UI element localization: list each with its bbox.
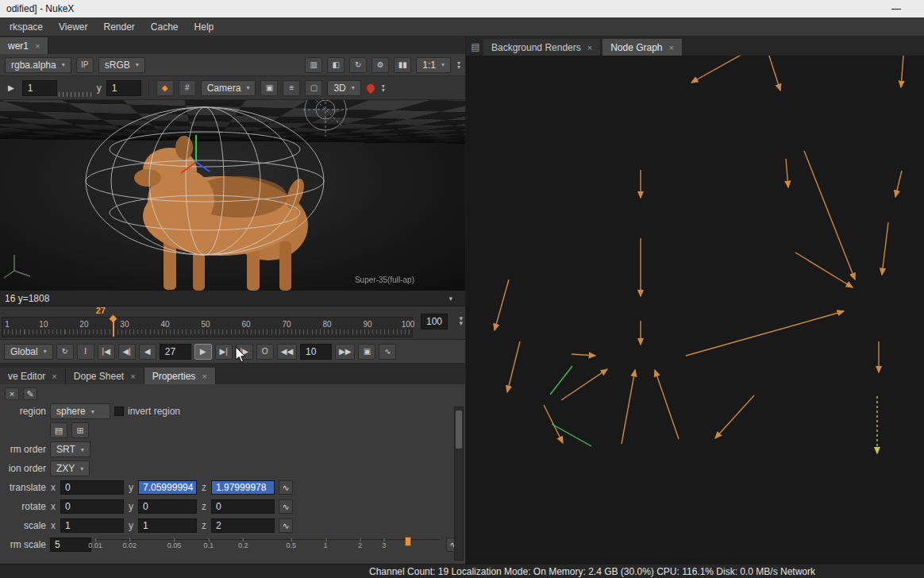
chevron-down-icon[interactable]: ▾ [441, 295, 460, 302]
last-frame-button[interactable]: |▶ [236, 344, 253, 360]
animation-curve-icon[interactable]: ∿ [279, 499, 293, 514]
scale-y-field[interactable]: 1 [138, 518, 197, 533]
tab-properties[interactable]: Properties × [144, 368, 216, 384]
properties-scrollbar[interactable] [454, 407, 464, 561]
tab-close-icon[interactable]: × [669, 43, 674, 52]
tab-close-icon[interactable]: × [35, 41, 40, 51]
step-forward-button[interactable]: ▶▶ [335, 344, 355, 360]
timeline-ruler[interactable]: 1102030405060708090100 [2, 317, 413, 337]
node-graph-canvas[interactable] [466, 56, 924, 564]
tab-background-renders[interactable]: Background Renders × [483, 39, 601, 56]
animation-curve-icon[interactable]: ∿ [279, 480, 293, 495]
lock-range-button[interactable]: ▣ [358, 344, 375, 360]
tab-curve-editor[interactable]: ve Editor × [0, 368, 66, 384]
panel-chevrons-icon[interactable]: ▾▾ [382, 84, 385, 92]
frame-range-mode-select[interactable]: Global ▾ [4, 344, 53, 360]
marquee-select-icon[interactable]: ▢ [305, 80, 322, 96]
set-out-button[interactable]: O [256, 344, 274, 360]
range-end-field[interactable]: 100 [421, 314, 448, 329]
viewer-tabrow: wer1 × [0, 37, 465, 54]
view-mode-select[interactable]: 3D ▾ [327, 80, 360, 96]
tab-close-icon[interactable]: × [587, 43, 592, 52]
gain-field[interactable]: 1 [22, 80, 57, 96]
panel-chevrons-icon[interactable]: ▾▾ [459, 316, 463, 326]
menu-workspace[interactable]: rkspace [10, 21, 43, 33]
pause-icon[interactable]: ▮▮ [394, 57, 411, 73]
tab-close-icon[interactable]: × [130, 372, 135, 381]
slider-tick: 1 [324, 541, 328, 549]
slider-tick: 3 [382, 541, 386, 549]
transform-order-select[interactable]: SRT ▾ [50, 441, 90, 457]
invert-region-checkbox[interactable] [114, 407, 124, 416]
uniform-scale-slider[interactable]: 0.010.020.050.10.20.5123 [95, 537, 439, 553]
tab-dope-sheet[interactable]: Dope Sheet × [66, 368, 144, 384]
slider-handle[interactable] [405, 537, 411, 546]
eyedropper-icon[interactable] [364, 81, 377, 94]
fit-region-icon[interactable]: ⊞ [71, 422, 89, 438]
set-in-button[interactable]: I [77, 344, 94, 360]
minimize-button[interactable]: — [886, 3, 907, 14]
timeline-tick-50: 50 [201, 320, 210, 329]
scale-z-field[interactable]: 2 [211, 518, 275, 533]
lock-view-icon[interactable]: ▣ [260, 80, 278, 96]
current-frame-field[interactable]: 27 [160, 344, 191, 360]
next-keyframe-button[interactable]: ▶| [215, 344, 233, 360]
folder-icon[interactable]: ▤ [50, 422, 67, 438]
pane-menu-icon[interactable]: ▤ [469, 40, 482, 53]
prev-keyframe-button[interactable]: ◀| [118, 344, 136, 360]
first-frame-button[interactable]: |◀ [98, 344, 115, 360]
translate-z-field[interactable]: 1.97999978 [211, 480, 275, 495]
rotation-order-select[interactable]: ZXY ▾ [50, 460, 90, 476]
scale-x-field[interactable]: 1 [60, 518, 124, 533]
play-forward-button[interactable]: ▶ [194, 344, 212, 360]
input-process-button[interactable]: IP [76, 57, 94, 73]
rotate-x-field[interactable]: 0 [60, 499, 124, 514]
gamma-field[interactable]: 1 [106, 80, 141, 96]
flipbook-button[interactable]: ∿ [379, 344, 396, 360]
rotate-z-field[interactable]: 0 [211, 499, 275, 514]
rotate-y-field[interactable]: 0 [138, 499, 197, 514]
zoom-select[interactable]: 1:1 ▾ [416, 57, 451, 73]
channel-select[interactable]: rgba.alpha ▾ [5, 57, 71, 73]
viewport-3d[interactable]: Super-35(full-ap) [0, 100, 465, 291]
translate-label: translate [5, 482, 46, 493]
layers-icon[interactable]: ≡ [283, 80, 300, 96]
camera-select[interactable]: Camera ▾ [201, 80, 256, 96]
wipe-icon[interactable]: ◧ [327, 57, 345, 73]
display-style-icon[interactable]: ▥ [305, 57, 322, 73]
region-select[interactable]: sphere ▾ [50, 403, 110, 419]
viewport-format-label: Super-35(full-ap) [355, 276, 414, 284]
tab-node-graph[interactable]: Node Graph × [603, 39, 683, 56]
colorspace-select[interactable]: sRGB ▾ [98, 57, 145, 73]
gear-icon[interactable]: ⚙ [372, 57, 389, 73]
gain-disclosure-icon[interactable]: ▶ [5, 80, 17, 96]
gain-slider[interactable] [59, 92, 92, 97]
rotation-order-label: ion order [5, 463, 46, 474]
timeline[interactable]: 1102030405060708090100 27 100 ▾▾ [0, 306, 465, 340]
translate-y-field[interactable]: 7.05999994 [138, 480, 197, 495]
frame-increment-field[interactable]: 10 [300, 344, 332, 360]
wireframe-grid-icon[interactable]: # [179, 80, 196, 96]
menu-viewer[interactable]: Viewer [59, 21, 87, 33]
panel-chevrons-icon[interactable]: ▾▾ [457, 61, 460, 69]
tab-close-icon[interactable]: × [52, 372, 56, 381]
edit-icon[interactable]: ✎ [23, 387, 37, 400]
menu-help[interactable]: Help [194, 21, 214, 33]
timeline-playhead[interactable] [113, 318, 114, 337]
step-back-button[interactable]: ◀◀ [277, 344, 297, 360]
refresh-icon[interactable]: ↻ [349, 57, 367, 73]
tab-viewer1[interactable]: wer1 × [0, 37, 48, 54]
playhead-frame-label: 27 [96, 306, 106, 315]
menu-render[interactable]: Render [104, 21, 135, 33]
translate-x-field[interactable]: 0 [60, 480, 124, 495]
loop-mode-button[interactable]: ↻ [56, 344, 74, 360]
flame-particles-icon[interactable]: ◆ [156, 80, 174, 96]
uniform-scale-field[interactable]: 5 [50, 538, 91, 552]
close-icon[interactable]: × [5, 387, 19, 400]
scrollbar-thumb[interactable] [456, 410, 462, 449]
play-backward-button[interactable]: ◀ [139, 344, 156, 360]
node-graph-tabrow: ▤ Background Renders × Node Graph × [466, 37, 924, 56]
animation-curve-icon[interactable]: ∿ [279, 518, 293, 533]
tab-close-icon[interactable]: × [202, 372, 206, 381]
menu-cache[interactable]: Cache [151, 21, 179, 33]
